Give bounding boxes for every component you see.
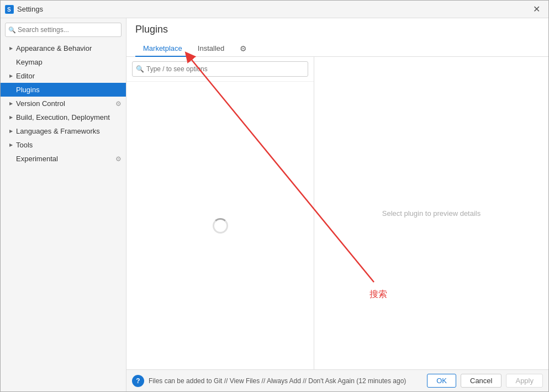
app-icon: S (5, 5, 14, 14)
close-button[interactable]: ✕ (529, 2, 544, 17)
sidebar-item-appearance-behavior[interactable]: Appearance & Behavior (1, 41, 126, 55)
bottom-bar: ? Files can be added to Git // View File… (126, 369, 548, 391)
plugins-content: 🔍 Select plugin to preview details (126, 57, 548, 369)
sidebar-search-icon: 🔍 (8, 27, 16, 34)
plugins-settings-gear[interactable]: ⚙ (237, 42, 249, 55)
gear-icon-experimental: ⚙ (115, 155, 122, 163)
sidebar-item-label: Tools (16, 141, 33, 149)
sidebar-item-label: Version Control (16, 99, 65, 108)
title-bar-left: S Settings (5, 5, 43, 14)
settings-window: S Settings ✕ 🔍 Appearance & Behavior Key… (0, 0, 549, 392)
sidebar-item-label: Keymap (16, 58, 43, 66)
bottom-left: ? Files can be added to Git // View File… (132, 375, 406, 387)
sidebar-item-keymap[interactable]: Keymap (1, 55, 126, 69)
bottom-right: OK Cancel Apply (427, 374, 543, 388)
cancel-button[interactable]: Cancel (461, 374, 502, 388)
sidebar-item-label: Appearance & Behavior (16, 44, 92, 52)
title-bar: S Settings ✕ (1, 1, 548, 18)
sidebar-item-label: Experimental (16, 155, 58, 163)
status-text: Files can be added to Git // View Files … (149, 377, 406, 385)
sidebar-search-box: 🔍 (5, 23, 122, 37)
content-wrapper: Plugins Marketplace Installed ⚙ 🔍 (126, 18, 548, 369)
preview-placeholder-text: Select plugin to preview details (382, 209, 481, 218)
plugin-search-input-wrap: 🔍 (132, 61, 308, 77)
sidebar-item-label: Build, Execution, Deployment (16, 113, 110, 121)
sidebar-item-label: Plugins (16, 86, 40, 94)
right-panel: Plugins Marketplace Installed ⚙ 🔍 (126, 18, 548, 391)
sidebar-item-languages[interactable]: Languages & Frameworks (1, 124, 126, 138)
ok-button[interactable]: OK (427, 374, 456, 388)
sidebar-item-editor[interactable]: Editor (1, 69, 126, 83)
help-button[interactable]: ? (132, 375, 144, 387)
sidebar-item-build-exec[interactable]: Build, Execution, Deployment (1, 110, 126, 124)
sidebar: 🔍 Appearance & Behavior Keymap Editor Pl… (1, 18, 126, 391)
sidebar-item-label: Languages & Frameworks (16, 127, 100, 135)
gear-icon: ⚙ (115, 100, 122, 108)
plugin-search-bar: 🔍 (126, 57, 314, 82)
loading-area (126, 82, 314, 369)
loading-spinner (213, 218, 228, 234)
plugin-list-area: 🔍 (126, 57, 314, 369)
tab-marketplace[interactable]: Marketplace (135, 41, 190, 57)
sidebar-item-plugins[interactable]: Plugins (1, 83, 126, 97)
sidebar-item-version-control[interactable]: Version Control ⚙ (1, 97, 126, 110)
sidebar-item-label: Editor (16, 72, 35, 80)
svg-text:S: S (7, 7, 11, 13)
sidebar-nav: Appearance & Behavior Keymap Editor Plug… (1, 41, 126, 391)
main-content: 🔍 Appearance & Behavior Keymap Editor Pl… (1, 18, 548, 391)
plugins-header: Plugins Marketplace Installed ⚙ (126, 18, 548, 57)
sidebar-item-experimental[interactable]: Experimental ⚙ (1, 152, 126, 166)
plugin-preview-area: Select plugin to preview details (314, 57, 548, 369)
tabs-row: Marketplace Installed ⚙ (135, 41, 540, 56)
window-title: Settings (17, 5, 43, 13)
sidebar-item-tools[interactable]: Tools (1, 138, 126, 152)
plugin-search-input[interactable] (146, 65, 304, 73)
tab-installed[interactable]: Installed (190, 41, 232, 57)
apply-button[interactable]: Apply (506, 374, 543, 388)
plugins-title: Plugins (135, 24, 540, 35)
plugin-search-icon: 🔍 (136, 65, 144, 73)
sidebar-search-input[interactable] (5, 23, 122, 37)
